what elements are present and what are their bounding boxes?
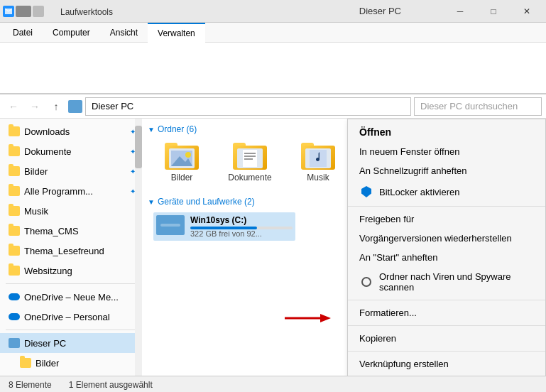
shield-icon [359,185,373,199]
svg-rect-4 [244,153,256,154]
tab-datei[interactable]: Datei [3,23,43,43]
sidebar-item-label: Dokumente [24,146,71,157]
content-area: ▼ Ordner (6) [142,119,546,376]
sidebar-item-thema-lesefreund[interactable]: Thema_Lesefreund [0,241,141,261]
sidebar-item-onedrive-personal[interactable]: OneDrive – Personal [0,307,141,327]
tab-laufwerktools[interactable]: Laufwerktools [50,2,124,22]
arrow-indicator [285,311,334,327]
ctx-item-offnen[interactable]: Öffnen [348,122,545,142]
svg-marker-9 [320,314,331,322]
svg-point-2 [185,152,191,158]
app-icon [3,6,14,17]
selected-count: 1 Element ausgewählt [69,380,153,390]
collapse-arrow: ▼ [148,198,155,206]
sidebar-item-downloads[interactable]: Downloads ✦ [0,121,141,141]
sidebar-item-label: OneDrive – Neue Me... [24,292,119,303]
title-tabs: Laufwerktools [50,0,359,22]
ctx-item-viren-scannen[interactable]: Ordner nach Viren und Spyware scannen [348,267,545,297]
ribbon-content [0,43,546,94]
folder-thumb-musik [301,143,335,170]
folder-musik[interactable]: Musik [290,140,346,185]
ctx-item-schnellzugriff[interactable]: An Schnellzugriff anheften [348,161,545,180]
onedrive-icon [9,313,20,320]
sidebar-item-label: Thema_CMS [24,226,79,236]
sidebar-item-label: OneDrive – Personal [24,312,110,322]
title-bar: Laufwerktools Dieser PC ─ □ ✕ [0,0,546,23]
sidebar-divider [6,283,136,284]
drive-disk-inner [160,224,180,227]
sidebar: Downloads ✦ Dokumente ✦ Bilder ✦ Alle Pr… [0,119,142,376]
sidebar-item-label: Musik [24,206,48,217]
folders-section-label: Ordner (6) [158,124,197,134]
ribbon: Datei Computer Ansicht Verwalten [0,23,546,94]
title-icons [3,6,44,17]
sidebar-item-bilder-sub[interactable]: Bilder [0,353,141,373]
ctx-item-start-anheften[interactable]: An "Start" anheften [348,248,545,267]
address-text: Dieser PC [92,101,133,111]
sidebar-item-dieser-pc[interactable]: Dieser PC [0,333,141,353]
back-button[interactable]: ← [4,97,23,116]
ctx-label: Ordner nach Viren und Spyware scannen [379,271,534,293]
main-layout: Downloads ✦ Dokumente ✦ Bilder ✦ Alle Pr… [0,119,546,376]
maximize-button[interactable]: □ [477,0,510,23]
ctx-item-verknuepfung[interactable]: Verknüpfung erstellen [348,354,545,374]
sidebar-item-dokumente[interactable]: Dokumente ✦ [0,141,141,161]
sidebar-scrollbar[interactable] [135,119,142,376]
folder-label: Musik [307,173,329,183]
ctx-item-kopieren[interactable]: Kopieren [348,329,545,348]
ctx-label: Formatieren... [359,307,417,318]
folder-label: Bilder [171,173,193,183]
sidebar-item-label: Thema_Lesefreund [24,246,104,256]
ctx-item-vorgaenger[interactable]: Vorgängerversionen wiederherstellen [348,229,545,248]
ctx-label: Vorgängerversionen wiederherstellen [359,233,512,244]
tab-computer[interactable]: Computer [43,23,100,43]
ctx-item-bitlocker[interactable]: BitLocker aktivieren [348,180,545,203]
folder-icon [9,186,20,196]
sidebar-item-onedrive-neue[interactable]: OneDrive – Neue Me... [0,287,141,307]
tab-ansicht[interactable]: Ansicht [100,23,148,43]
sidebar-list: Downloads ✦ Dokumente ✦ Bilder ✦ Alle Pr… [0,119,142,376]
ctx-item-umbenennen[interactable]: Umbenennen [348,374,545,376]
ctx-item-freigeben[interactable]: Freigeben für [348,209,545,229]
sidebar-item-websitzung[interactable]: Websitzung [0,261,141,281]
sidebar-item-alle-programm[interactable]: Alle Programm... ✦ [0,181,141,201]
devices-section-label: Geräte und Laufwerke (2) [158,197,255,207]
drive-c[interactable]: Win10sys (C:) 322 GB frei von 92... [153,212,295,241]
sidebar-item-label: Dieser PC [24,338,66,349]
ctx-label: Verknüpfung erstellen [359,359,449,369]
folder-thumb-dokumente [233,143,267,170]
address-bar: ← → ↑ Dieser PC Dieser PC durchsuchen [0,94,546,119]
sidebar-scrollbar-thumb[interactable] [135,126,142,168]
ctx-item-formatieren[interactable]: Formatieren... [348,303,545,322]
drive-name: Win10sys (C:) [190,215,293,225]
save-icon [16,6,31,17]
folder-icon [9,166,20,176]
folder-icon [9,266,20,276]
sidebar-item-thema-cms[interactable]: Thema_CMS [0,221,141,241]
window-title: Dieser PC [359,6,444,16]
close-button[interactable]: ✕ [510,0,543,23]
sidebar-item-musik[interactable]: Musik [0,201,141,221]
folder-thumbnail [237,148,263,168]
tab-verwalten[interactable]: Verwalten [148,23,205,43]
sidebar-item-desktop[interactable]: Desktop [0,373,141,376]
forward-button[interactable]: → [26,97,44,116]
ctx-divider-4 [348,351,545,352]
search-box[interactable]: Dieser PC durchsuchen [414,97,542,116]
drive-info: Win10sys (C:) 322 GB frei von 92... [190,215,293,238]
up-button[interactable]: ↑ [47,97,65,116]
sidebar-item-label: Bilder [36,358,59,369]
sidebar-item-bilder[interactable]: Bilder ✦ [0,161,141,181]
ctx-item-neues-fenster[interactable]: In neuem Fenster öffnen [348,142,545,161]
folder-bilder[interactable]: Bilder [153,140,210,185]
context-menu: Öffnen In neuem Fenster öffnen An Schnel… [347,119,546,376]
pc-icon [9,338,20,348]
address-path[interactable]: Dieser PC [85,97,411,116]
search-placeholder: Dieser PC durchsuchen [420,101,518,111]
folder-dokumente[interactable]: Dokumente [222,140,278,185]
folder-label: Dokumente [228,173,271,183]
ribbon-tabs: Datei Computer Ansicht Verwalten [0,23,546,43]
minimize-button[interactable]: ─ [444,0,476,23]
folder-thumbnail [305,148,331,168]
ctx-label: An "Start" anheften [359,252,437,263]
